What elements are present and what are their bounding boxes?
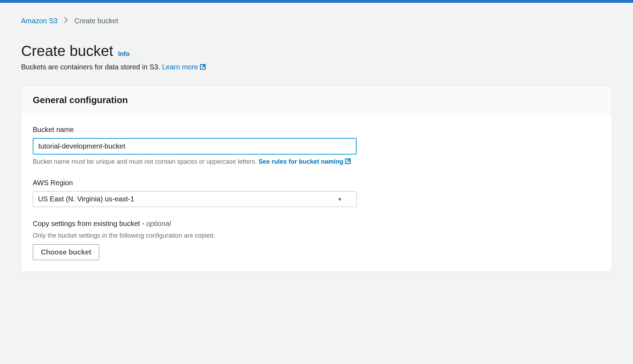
- main-content: Amazon S3 Create bucket Create bucket In…: [0, 3, 633, 286]
- copy-settings-sublabel: Only the bucket settings in the followin…: [33, 232, 600, 239]
- external-link-icon: [345, 158, 351, 166]
- choose-bucket-button[interactable]: Choose bucket: [33, 244, 99, 260]
- panel-body: Bucket name Bucket name must be unique a…: [21, 114, 612, 271]
- bucket-name-help: Bucket name must be unique and must not …: [33, 158, 600, 166]
- page-title: Create bucket: [21, 43, 113, 59]
- bucket-naming-rules-label: See rules for bucket naming: [258, 158, 343, 165]
- bucket-name-label: Bucket name: [33, 126, 600, 134]
- breadcrumb: Amazon S3 Create bucket: [21, 17, 612, 25]
- breadcrumb-root-link[interactable]: Amazon S3: [21, 17, 57, 25]
- panel-header: General configuration: [21, 86, 612, 114]
- copy-settings-group: Copy settings from existing bucket - opt…: [33, 220, 600, 260]
- bucket-name-input[interactable]: [33, 138, 357, 155]
- page-subtitle-text: Buckets are containers for data stored i…: [21, 63, 162, 71]
- bucket-naming-rules-link[interactable]: See rules for bucket naming: [258, 158, 351, 165]
- top-bar: [0, 0, 633, 3]
- caret-down-icon: ▼: [337, 196, 342, 202]
- general-config-panel: General configuration Bucket name Bucket…: [21, 86, 612, 272]
- external-link-icon: [200, 64, 206, 72]
- learn-more-label: Learn more: [162, 63, 198, 71]
- bucket-name-group: Bucket name Bucket name must be unique a…: [33, 126, 600, 166]
- page-subtitle: Buckets are containers for data stored i…: [21, 63, 612, 72]
- copy-settings-optional: optional: [146, 220, 171, 227]
- region-select[interactable]: US East (N. Virginia) us-east-1 ▼: [33, 191, 357, 207]
- chevron-right-icon: [64, 17, 68, 25]
- region-group: AWS Region US East (N. Virginia) us-east…: [33, 179, 600, 207]
- panel-title: General configuration: [33, 95, 600, 106]
- region-select-wrapper: US East (N. Virginia) us-east-1 ▼: [33, 191, 357, 207]
- info-link[interactable]: Info: [118, 50, 130, 58]
- page-title-row: Create bucket Info: [21, 43, 612, 59]
- region-select-value: US East (N. Virginia) us-east-1: [38, 195, 134, 203]
- bucket-name-help-text: Bucket name must be unique and must not …: [33, 158, 258, 165]
- breadcrumb-current: Create bucket: [74, 17, 118, 25]
- learn-more-link[interactable]: Learn more: [162, 63, 206, 71]
- copy-settings-label: Copy settings from existing bucket - opt…: [33, 220, 600, 228]
- region-label: AWS Region: [33, 179, 600, 187]
- copy-settings-label-text: Copy settings from existing bucket -: [33, 220, 146, 227]
